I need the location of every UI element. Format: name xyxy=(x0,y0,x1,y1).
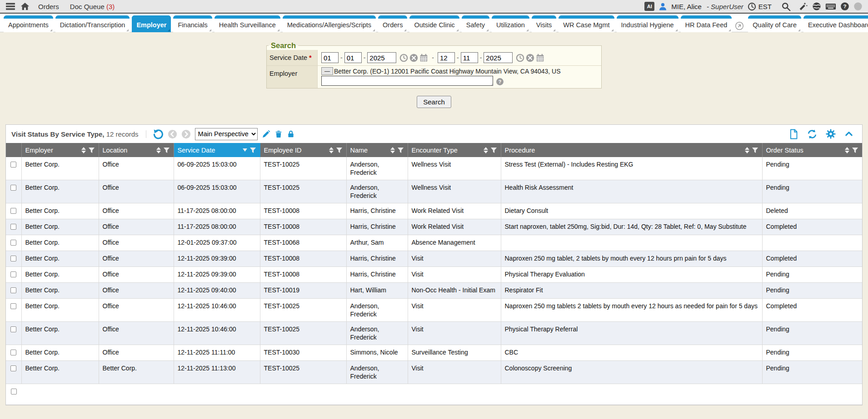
column-header-location[interactable]: Location xyxy=(99,143,174,157)
from-time-icon[interactable] xyxy=(399,54,408,62)
sort-desc-icon[interactable] xyxy=(243,148,247,152)
tab-outside-clinic[interactable]: Outside Clinic xyxy=(409,15,459,32)
row-checkbox[interactable] xyxy=(10,303,16,309)
tab-hr-data-feed[interactable]: HR Data Feed xyxy=(681,15,732,32)
search-icon[interactable] xyxy=(781,2,791,11)
tab-financials[interactable]: Financials xyxy=(173,15,212,32)
to-clear-icon[interactable] xyxy=(526,54,534,62)
column-header-service-date[interactable]: Service Date xyxy=(174,143,260,157)
filter-icon[interactable] xyxy=(336,147,343,154)
filter-icon[interactable] xyxy=(397,147,404,154)
edit-perspective-icon[interactable] xyxy=(262,130,270,138)
back-icon[interactable] xyxy=(168,129,177,139)
cell-service-date: 06-09-2025 15:03:00 xyxy=(174,157,260,180)
sort-icon[interactable] xyxy=(156,147,161,153)
external-link-icon[interactable] xyxy=(735,21,744,30)
tab-medications-allergies-scripts[interactable]: Medications/Allergies/Scripts xyxy=(283,15,376,32)
tab-visits[interactable]: Visits xyxy=(532,15,556,32)
from-year-input[interactable] xyxy=(367,52,396,63)
tab-cap xyxy=(681,15,732,19)
column-header-order-status[interactable]: Order Status xyxy=(762,143,862,157)
cell-procedure: CBC xyxy=(501,345,762,361)
from-day-input[interactable] xyxy=(344,52,362,63)
row-checkbox[interactable] xyxy=(10,256,16,261)
tab-wr-case-mgmt[interactable]: WR Case Mgmt xyxy=(559,15,614,32)
sort-icon[interactable] xyxy=(329,147,334,153)
row-checkbox[interactable] xyxy=(10,350,16,355)
clock-icon[interactable] xyxy=(748,2,756,11)
filter-icon[interactable] xyxy=(249,147,256,154)
delete-perspective-icon[interactable] xyxy=(274,130,283,138)
forward-icon[interactable] xyxy=(181,129,191,139)
row-checkbox[interactable] xyxy=(10,287,16,293)
row-checkbox[interactable] xyxy=(10,185,16,191)
search-button[interactable]: Search xyxy=(417,96,451,108)
report-document-icon[interactable] xyxy=(789,129,798,139)
tab-dictation-transcription[interactable]: Dictation/Transcription xyxy=(55,15,130,32)
row-checkbox[interactable] xyxy=(10,365,16,371)
filter-icon[interactable] xyxy=(752,147,758,154)
employer-help-icon[interactable]: ? xyxy=(496,78,504,86)
tab-safety[interactable]: Safety xyxy=(462,15,489,32)
to-time-icon[interactable] xyxy=(516,54,524,62)
tab-executive-dashboard[interactable]: Executive Dashboard xyxy=(803,15,868,32)
employer-search-input[interactable] xyxy=(321,76,493,86)
row-checkbox[interactable] xyxy=(10,162,16,168)
from-calendar-icon[interactable] xyxy=(419,54,428,62)
status-circle-icon xyxy=(853,2,863,11)
filter-icon[interactable] xyxy=(163,147,170,154)
tab-appointments[interactable]: Appointments xyxy=(4,15,53,32)
sort-icon[interactable] xyxy=(845,147,849,153)
sort-icon[interactable] xyxy=(390,147,395,153)
ai-badge[interactable]: AI xyxy=(644,2,654,11)
tab-employer[interactable]: Employer xyxy=(132,15,171,32)
to-month-input[interactable] xyxy=(438,52,455,63)
breadcrumb-page[interactable]: Doc Queue (3) xyxy=(70,3,115,10)
tab-health-surveillance[interactable]: Health Surveillance xyxy=(215,15,280,32)
settings-gear-icon[interactable] xyxy=(826,129,836,139)
column-header-encounter-type[interactable]: Encounter Type xyxy=(408,143,501,157)
to-calendar-icon[interactable] xyxy=(536,54,544,62)
tab-orders[interactable]: Orders xyxy=(378,15,407,32)
column-header-employer[interactable]: Employer xyxy=(21,143,99,157)
to-year-input[interactable] xyxy=(484,52,513,63)
table-row: Better Corp.Office12-11-2025 10:46:00TES… xyxy=(6,322,862,345)
row-checkbox[interactable] xyxy=(10,240,16,246)
tab-label: Visits xyxy=(532,19,556,32)
to-day-input[interactable] xyxy=(461,52,478,63)
refresh-icon[interactable] xyxy=(807,129,818,139)
from-month-input[interactable] xyxy=(321,52,339,63)
sort-icon[interactable] xyxy=(484,147,488,153)
perspective-select[interactable]: Main Perspective xyxy=(195,128,258,140)
globe-icon[interactable] xyxy=(812,2,821,11)
column-header-procedure[interactable]: Procedure xyxy=(501,143,762,157)
hamburger-menu-icon[interactable] xyxy=(5,2,15,11)
user-icon[interactable] xyxy=(658,2,667,11)
footer-select-checkbox[interactable] xyxy=(11,389,17,394)
user-name[interactable]: MIE, Alice xyxy=(671,3,702,10)
filter-icon[interactable] xyxy=(490,147,497,154)
column-header-employee-id[interactable]: Employee ID xyxy=(260,143,346,157)
help-icon[interactable]: ? xyxy=(840,2,849,11)
sort-icon[interactable] xyxy=(81,147,86,153)
sort-icon[interactable] xyxy=(745,147,749,153)
magic-wand-icon[interactable] xyxy=(798,2,808,11)
tab-industrial-hygiene[interactable]: Industrial Hygiene xyxy=(617,15,678,32)
row-checkbox[interactable] xyxy=(10,208,16,214)
tab-utilization[interactable]: Utilization xyxy=(492,15,529,32)
collapse-panel-icon[interactable] xyxy=(844,129,854,138)
lock-icon[interactable] xyxy=(287,130,295,138)
employer-collapse-button[interactable]: — xyxy=(321,67,333,75)
breadcrumb-section[interactable]: Orders xyxy=(38,3,59,10)
row-checkbox[interactable] xyxy=(10,271,16,277)
column-header-name[interactable]: Name xyxy=(346,143,408,157)
tab-quality-of-care[interactable]: Quality of Care xyxy=(748,15,801,32)
undo-icon[interactable] xyxy=(153,128,164,139)
from-clear-icon[interactable] xyxy=(409,54,418,62)
filter-icon[interactable] xyxy=(88,147,95,154)
home-icon[interactable] xyxy=(20,2,30,11)
row-checkbox[interactable] xyxy=(10,224,16,230)
filter-icon[interactable] xyxy=(852,147,858,154)
row-checkbox[interactable] xyxy=(10,326,16,332)
keyboard-icon[interactable] xyxy=(825,2,836,11)
